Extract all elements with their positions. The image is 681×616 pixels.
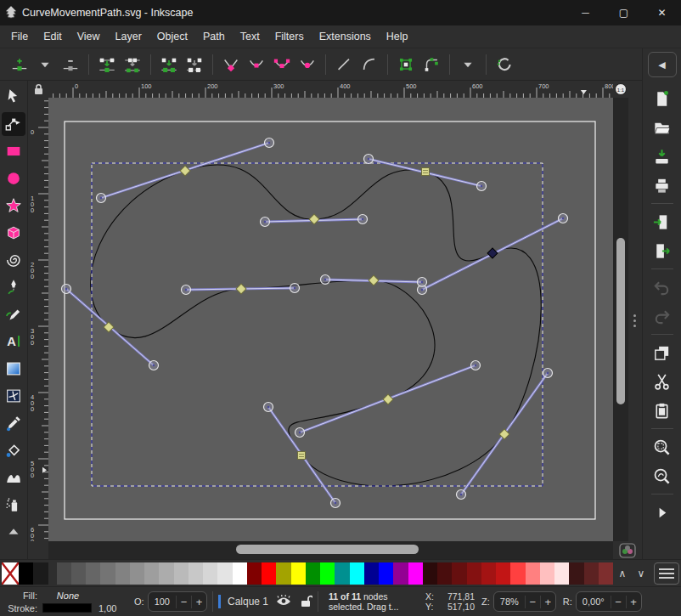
menu-layer[interactable]: Layer: [108, 25, 149, 48]
palette-swatch[interactable]: [496, 562, 510, 585]
tool-pencil[interactable]: [2, 302, 25, 326]
tool-ellipse[interactable]: [2, 167, 25, 190]
palette-swatch[interactable]: [481, 562, 496, 585]
command-zoom-drawing-button[interactable]: [650, 463, 675, 489]
palette-swatch[interactable]: [467, 562, 481, 585]
toolbar-node-auto-button[interactable]: [295, 52, 320, 77]
palette-swatch[interactable]: [379, 562, 393, 585]
toolbar-segment-line-button[interactable]: [331, 52, 357, 77]
vertical-scrollbar-thumb[interactable]: [616, 238, 625, 404]
rotation-value[interactable]: 0,00°: [577, 596, 611, 607]
menu-path[interactable]: Path: [195, 25, 233, 48]
palette-swatch[interactable]: [554, 562, 569, 585]
zoom-1-1-button[interactable]: 1:1: [613, 81, 628, 98]
stroke-color-swatch[interactable]: [42, 603, 92, 613]
command-doc-open-button[interactable]: [650, 115, 675, 140]
toolbar-join-segment-button[interactable]: [156, 52, 182, 77]
toolbar-delete-node-button[interactable]: [58, 52, 83, 77]
command-doc-new-button[interactable]: [650, 86, 675, 111]
rotation-spinbox[interactable]: 0,00° − +: [576, 591, 642, 612]
toolbar-break-nodes-button[interactable]: [120, 52, 145, 77]
opacity-decrease-button[interactable]: −: [176, 596, 191, 608]
palette-swatch[interactable]: [71, 562, 86, 585]
palette-menu-icon[interactable]: [654, 562, 679, 585]
palette-swatch[interactable]: [262, 562, 276, 585]
palette-swatch[interactable]: [452, 562, 466, 585]
layer-lock-icon[interactable]: [299, 595, 312, 609]
toolbar-object-to-path-button[interactable]: [393, 52, 419, 77]
tool-rectangle[interactable]: [2, 139, 25, 163]
rotation-increase-button[interactable]: +: [626, 596, 641, 608]
current-layer-name[interactable]: Calque 1: [228, 596, 268, 608]
menu-text[interactable]: Text: [233, 25, 267, 48]
command-more-right-button[interactable]: [650, 500, 675, 525]
command-cut-button[interactable]: [650, 369, 675, 394]
canvas[interactable]: [48, 98, 613, 541]
path-node[interactable]: [298, 452, 306, 460]
toolbar-stroke-to-path-button[interactable]: [419, 52, 444, 77]
palette-swatch[interactable]: [584, 562, 599, 585]
horizontal-scrollbar-thumb[interactable]: [236, 545, 419, 554]
palette-scroll-up[interactable]: ∧: [613, 568, 632, 579]
toolbox-scroll-more[interactable]: [2, 520, 25, 544]
menu-filters[interactable]: Filters: [267, 25, 312, 48]
tool-pen[interactable]: [2, 275, 25, 299]
palette-swatch[interactable]: [320, 562, 335, 585]
palette-swatch[interactable]: [33, 562, 48, 585]
close-button[interactable]: ✕: [643, 0, 681, 25]
toolbar-insert-node-button[interactable]: [7, 52, 32, 77]
menu-file[interactable]: File: [3, 25, 36, 48]
tool-tweak[interactable]: [2, 466, 25, 489]
path-node[interactable]: [309, 214, 319, 224]
path-node[interactable]: [422, 168, 430, 176]
tool-selector[interactable]: [2, 85, 25, 109]
palette-swatch-none[interactable]: [2, 562, 19, 585]
palette-swatch[interactable]: [423, 562, 437, 585]
command-undo-button[interactable]: [650, 274, 675, 300]
command-duplicate-button[interactable]: [650, 340, 675, 365]
menu-edit[interactable]: Edit: [36, 25, 70, 48]
color-managed-display-icon[interactable]: [613, 541, 642, 559]
palette-swatch[interactable]: [189, 562, 203, 585]
command-redo-button[interactable]: [650, 303, 675, 329]
path-node[interactable]: [383, 394, 393, 404]
palette-swatch[interactable]: [159, 562, 173, 585]
menu-view[interactable]: View: [70, 25, 108, 48]
menu-help[interactable]: Help: [379, 25, 416, 48]
palette-swatch[interactable]: [350, 562, 364, 585]
maximize-button[interactable]: ▢: [605, 0, 643, 25]
tool-spiral[interactable]: [2, 248, 25, 272]
horizontal-ruler[interactable]: 0100200300400500600700800: [48, 81, 613, 98]
command-save-button[interactable]: [650, 144, 675, 169]
toolbar-node-corner-button[interactable]: [218, 52, 244, 77]
horizontal-scrollbar[interactable]: [48, 541, 613, 559]
palette-swatch[interactable]: [217, 562, 232, 585]
zoom-spinbox[interactable]: 78% − +: [493, 591, 556, 612]
opacity-increase-button[interactable]: +: [191, 596, 206, 608]
toolbar-dropdown-button[interactable]: [32, 52, 58, 77]
menu-extensions[interactable]: Extensions: [312, 25, 379, 48]
toolbar-node-symmetric-button[interactable]: [269, 52, 295, 77]
palette-scroll-down[interactable]: ∨: [632, 568, 650, 579]
tool-bucket[interactable]: [2, 438, 25, 462]
palette-swatch[interactable]: [247, 562, 262, 585]
command-export-button[interactable]: [650, 238, 675, 263]
palette-swatch[interactable]: [174, 562, 189, 585]
toolbar-show-handles-button[interactable]: [492, 52, 517, 77]
palette-swatch[interactable]: [569, 562, 583, 585]
palette-swatch[interactable]: [276, 562, 290, 585]
tool-gradient[interactable]: [2, 357, 25, 381]
tool-node[interactable]: [2, 112, 25, 136]
command-import-button[interactable]: [650, 209, 675, 235]
palette-swatch[interactable]: [233, 562, 247, 585]
layer-visibility-icon[interactable]: [275, 595, 292, 608]
vertical-scrollbar[interactable]: [613, 98, 628, 541]
palette-swatch[interactable]: [291, 562, 306, 585]
collapse-panel-button[interactable]: ◀: [648, 52, 677, 77]
zoom-decrease-button[interactable]: −: [525, 596, 540, 608]
palette-swatch[interactable]: [144, 562, 159, 585]
fill-value[interactable]: None: [42, 591, 93, 601]
tool-dropper[interactable]: [2, 411, 25, 435]
toolbar-dropdown-button[interactable]: [455, 52, 481, 77]
palette-swatch[interactable]: [540, 562, 554, 585]
